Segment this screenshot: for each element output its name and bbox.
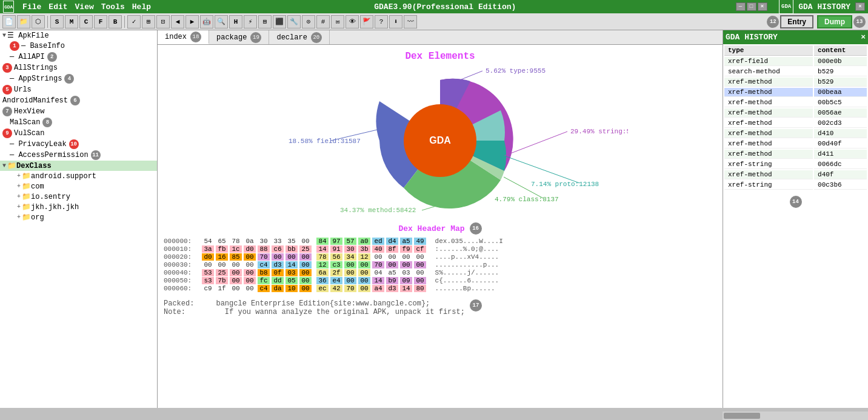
tree-item-privacyleak[interactable]: ─ PrivacyLeak 10 (7, 139, 157, 150)
hex-row-1: 000010: 3a fb 1c d0 88 c6 bb 25 14 (164, 245, 716, 253)
hex-row-6: 000060: c9 1f 00 00 c4 da 10 00 ec (164, 285, 716, 292)
tree-item-appstrings[interactable]: ─ AppStrings 4 (7, 73, 157, 84)
hex-bytes-right-3: 12 c3 00 00 70 00 00 00 (316, 261, 426, 268)
table-row[interactable]: xref-method002cd3 (724, 119, 867, 128)
tool-download[interactable]: ⬇ (389, 15, 402, 28)
tree-root-apkfile[interactable]: ▼ ☰ ApkFile (0, 30, 157, 41)
tree-item-allapi[interactable]: ─ AllAPI 2 (7, 52, 157, 62)
tool-code[interactable]: 🔧 (287, 15, 301, 28)
hex-row-5: 000050: s3 7b 00 00 fc dd 05 00 36 (164, 277, 716, 284)
urls-label: Urls (14, 85, 32, 94)
hex-bytes-left-1: 3a fb 1c d0 88 c6 bb 25 (202, 245, 312, 253)
table-row[interactable]: xref-methodd411 (724, 150, 867, 159)
tree-item-dexclass[interactable]: ▼ 📁 DexClass (0, 161, 157, 171)
tree-item-hexview[interactable]: 7 HexView (0, 106, 157, 117)
tool-wave[interactable]: 〰 (404, 15, 417, 28)
allstrings-label: AllStrings (14, 64, 58, 72)
apkfile-label: ApkFile (18, 32, 48, 40)
b: c4 (258, 285, 270, 292)
tab-declare[interactable]: declare 20 (269, 30, 329, 44)
tree-item-malscan[interactable]: MalScan 8 (7, 117, 157, 128)
app-menu-file[interactable]: File (19, 2, 45, 12)
tool-open[interactable]: 📁 (17, 15, 30, 28)
tab-package[interactable]: package 19 (209, 30, 269, 44)
tree-item-io-sentry[interactable]: + 📁 io.sentry (15, 192, 157, 202)
table-row[interactable]: xref-method00b5c5 (724, 98, 867, 107)
b: 00 (358, 285, 370, 292)
main-title: GDAE3.90(Professional Edition) (158, 2, 733, 12)
tree-item-jkh[interactable]: + 📁 jkh.jkh.jkh (15, 202, 157, 212)
tool-s[interactable]: S (50, 15, 64, 28)
close-right-icon[interactable]: × (861, 33, 866, 42)
scroll-thumb[interactable] (724, 413, 760, 419)
tab-index[interactable]: index 18 (158, 30, 209, 44)
app-menu-help[interactable]: Help (129, 2, 155, 12)
table-row[interactable]: xref-methodd40f (724, 170, 867, 179)
table-row[interactable]: xref-methodd410 (724, 129, 867, 138)
tool-a[interactable]: ⚡ (244, 15, 257, 28)
table-row[interactable]: xref-string00c3b6 (724, 181, 867, 190)
table-row[interactable]: xref-methodb529 (724, 78, 867, 87)
hexview-label: HexView (14, 107, 44, 116)
app-menu-edit[interactable]: Edit (45, 2, 71, 12)
app-menu-view[interactable]: View (72, 2, 98, 12)
table-row[interactable]: xref-method00beaa (724, 88, 867, 97)
badge-6: 6 (70, 96, 80, 105)
tool-question[interactable]: ? (375, 15, 388, 28)
tool-grid[interactable]: ⊞ (258, 15, 272, 28)
tool-flag[interactable]: 🚩 (360, 15, 373, 28)
table-row[interactable]: xref-string0066dc (724, 160, 867, 169)
hex-bytes-left-3: 00 00 00 00 c4 d3 14 00 (202, 261, 312, 268)
table-row[interactable]: search-methodb529 (724, 67, 867, 76)
app-menu-tools[interactable]: Tools (98, 2, 129, 12)
tool-hash[interactable]: # (316, 15, 330, 28)
tool-share[interactable]: ⬡ (32, 15, 45, 28)
hex-bytes-right-0: 84 97 57 a0 ed d4 a5 49 (316, 238, 426, 245)
tool-email[interactable]: ✉ (331, 15, 344, 28)
tree-item-com[interactable]: + 📁 com (15, 181, 157, 192)
tool-back[interactable]: ◀ (171, 15, 184, 28)
cell-content: 002cd3 (814, 119, 867, 128)
table-row[interactable]: xref-field000e0b (724, 57, 867, 66)
tool-forward[interactable]: ▶ (185, 15, 199, 28)
table-row[interactable]: xref-method0056ae (724, 108, 867, 118)
tree-item-accesspermission[interactable]: ─ AccessPermission 11 (7, 150, 157, 161)
tool-check[interactable]: ✓ (127, 15, 141, 28)
tool-m[interactable]: M (65, 15, 78, 28)
tool-box[interactable]: ⬛ (273, 15, 286, 28)
tool-new[interactable]: 📄 (2, 15, 16, 28)
b: 0f (272, 269, 284, 276)
hex-row-4: 000040: 53 25 00 00 b8 0f 03 00 6a (164, 269, 716, 276)
tree-item-vulscan[interactable]: 9 VulScan (0, 128, 157, 139)
table-row[interactable]: xref-method00d40f (724, 139, 867, 148)
tool-f[interactable]: F (94, 15, 107, 28)
tree-item-allstrings[interactable]: 3 AllStrings (0, 62, 157, 73)
tree-item-androidmanifest[interactable]: AndroidManifest 6 (0, 95, 157, 106)
tool-b[interactable]: B (109, 15, 122, 28)
entry-button[interactable]: Entry (780, 15, 813, 28)
maximize-button[interactable]: □ (747, 2, 756, 11)
tool-search[interactable]: 🔍 (215, 15, 228, 28)
b: 00 (230, 277, 242, 284)
io-sentry-label: io.sentry (31, 193, 70, 201)
tool-nav2[interactable]: ⊡ (156, 15, 170, 28)
tool-android[interactable]: 🤖 (200, 15, 213, 28)
tool-nav1[interactable]: ⊞ (142, 15, 155, 28)
tool-dot[interactable]: ⊙ (302, 15, 315, 28)
minimize-button[interactable]: ─ (736, 2, 746, 11)
tool-c[interactable]: C (79, 15, 93, 28)
dump-button[interactable]: Dump (817, 15, 852, 28)
badge-5: 5 (2, 85, 12, 95)
tool-h[interactable]: H (229, 15, 242, 28)
tree-item-org[interactable]: + 📁 org (15, 212, 157, 222)
close-history-button[interactable]: × (855, 2, 865, 11)
dash-icon2: ─ (10, 53, 14, 61)
tree-item-baseinfo[interactable]: 1 ─ BaseInfo (7, 41, 157, 52)
close-button[interactable]: × (758, 2, 767, 11)
b: bb (285, 245, 298, 253)
com-expand: + (17, 183, 21, 190)
scrollbar-bottom[interactable] (723, 412, 868, 420)
tree-item-android-support[interactable]: + 📁 android.support (15, 171, 157, 181)
tool-eye[interactable]: 👁 (346, 15, 359, 28)
tree-item-urls[interactable]: 5 Urls (0, 84, 157, 95)
